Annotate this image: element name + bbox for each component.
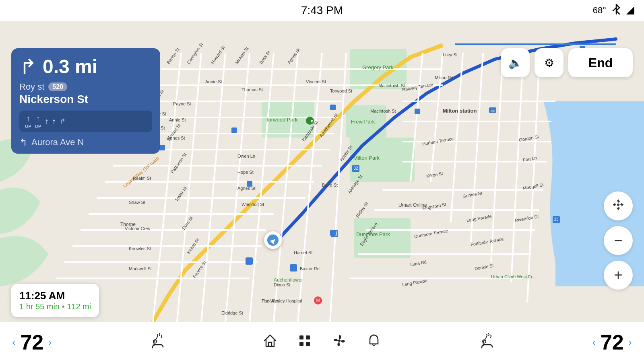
center-nav-icons xyxy=(263,333,381,351)
left-temp-control: ‹ 72 › xyxy=(12,330,52,354)
svg-text:Eldridge St: Eldridge St xyxy=(221,311,243,315)
location-marker: ▶ xyxy=(264,231,282,249)
bottom-bar: ‹ 72 › xyxy=(0,322,644,362)
settings-icon: ⚙ xyxy=(544,56,554,70)
right-temp-value: 72 xyxy=(600,330,624,354)
right-controls: − + xyxy=(604,191,633,290)
settings-button[interactable]: ⚙ xyxy=(535,48,564,77)
svg-rect-135 xyxy=(306,335,310,339)
lane-1: ↑ UP xyxy=(25,114,31,129)
right-temp-control: ‹ 72 › xyxy=(592,330,632,354)
svg-text:Annie St: Annie St xyxy=(205,79,222,84)
turn-arrow-icon: ↱ xyxy=(19,56,37,77)
svg-rect-129 xyxy=(330,230,336,236)
svg-rect-137 xyxy=(306,342,310,346)
urban-climb-label: Urban Climb West En... xyxy=(491,274,537,279)
street-name-2: Nickerson St xyxy=(19,93,152,106)
current-time: 7:43 PM xyxy=(218,4,426,17)
svg-rect-136 xyxy=(299,342,303,346)
status-bar: 7:43 PM 68° xyxy=(0,0,644,21)
direction-arrow: ▶ xyxy=(268,236,277,245)
svg-text:Park Ave: Park Ave xyxy=(262,298,279,303)
frew-park-label: Frew Park xyxy=(351,119,375,125)
trip-distance: 112 mi xyxy=(67,302,91,311)
zoom-out-button[interactable]: − xyxy=(604,226,633,255)
svg-rect-130 xyxy=(415,109,420,114)
dunmore-park-label: Dunmore Park xyxy=(356,231,390,237)
trip-duration: 1 hr 55 min xyxy=(19,302,60,311)
mute-button[interactable]: 🔈 xyxy=(501,48,530,77)
svg-text:Beird St: Beird St xyxy=(322,183,338,187)
svg-text:Hope St: Hope St xyxy=(237,170,254,175)
svg-text:33: 33 xyxy=(554,217,559,222)
svg-text:Harriet St: Harriet St xyxy=(294,250,312,255)
svg-text:Realm St: Realm St xyxy=(133,176,151,181)
route-badge: 520 xyxy=(48,82,67,91)
map-area[interactable]: Gregory Park Frew Park Torwood Park ▼ Mi… xyxy=(0,21,644,322)
svg-text:32: 32 xyxy=(353,166,358,171)
fan-button[interactable] xyxy=(332,333,347,351)
left-temp-value: 72 xyxy=(20,330,44,354)
eta-details: 1 hr 55 min • 112 mi xyxy=(19,302,91,311)
temperature-display: 68° xyxy=(593,5,606,16)
svg-rect-127 xyxy=(330,105,336,110)
separator: • xyxy=(62,302,67,311)
signal-icon xyxy=(626,6,634,14)
svg-text:Knowles St: Knowles St xyxy=(129,246,151,251)
next-turn: ↰ Aurora Ave N xyxy=(19,137,152,148)
svg-text:Macintoish St: Macintoish St xyxy=(378,83,405,88)
lane-4: ↑ xyxy=(52,117,56,126)
zoom-in-button[interactable]: + xyxy=(604,261,633,290)
lane-3: ↑ xyxy=(45,117,49,126)
end-navigation-button[interactable]: End xyxy=(568,48,633,77)
svg-text:Owen Ln: Owen Ln xyxy=(237,154,255,158)
gregory-park-label: Gregory Park xyxy=(362,64,394,70)
right-seat-heat-icon xyxy=(479,333,495,352)
left-temp-increase[interactable]: › xyxy=(48,336,52,349)
svg-text:Markwell St: Markwell St xyxy=(129,266,152,271)
svg-text:Agnes St: Agnes St xyxy=(167,136,185,140)
bluetooth-icon xyxy=(612,4,621,17)
street-info: Roy st 520 Nickerson St xyxy=(19,82,152,106)
svg-rect-134 xyxy=(299,335,303,339)
svg-rect-107 xyxy=(290,264,297,272)
next-turn-street: Aurora Ave N xyxy=(31,137,84,148)
milton-station-label: Milton station xyxy=(443,108,477,114)
svg-text:Torwood St: Torwood St xyxy=(330,88,352,93)
distance-display: 0.3 mi xyxy=(43,56,97,78)
svg-text:Thomas St: Thomas St xyxy=(242,87,263,92)
svg-text:Vincent St: Vincent St xyxy=(306,79,326,84)
svg-text:Macintosh St: Macintosh St xyxy=(370,109,396,113)
svg-text:🚌: 🚌 xyxy=(490,108,495,113)
svg-rect-128 xyxy=(247,181,252,187)
move-icon xyxy=(612,198,625,214)
top-controls: 🔈 ⚙ End xyxy=(501,48,633,77)
svg-rect-106 xyxy=(246,257,253,265)
lane-2: ↑ UP xyxy=(35,114,41,129)
status-icons: 68° xyxy=(426,4,634,17)
navigation-panel: ↱ 0.3 mi Roy st 520 Nickerson St ↑ UP ↑ … xyxy=(11,48,160,154)
svg-text:Baxter Rd: Baxter Rd xyxy=(300,266,320,271)
arrival-time: 11:25 AM xyxy=(19,290,91,302)
lane-indicators: ↑ UP ↑ UP ↑ ↑ ↱ xyxy=(19,111,152,132)
svg-text:Annie St: Annie St xyxy=(169,117,186,122)
mute-icon: 🔈 xyxy=(508,56,522,70)
svg-point-132 xyxy=(617,204,619,206)
left-temp-decrease[interactable]: ‹ xyxy=(12,336,16,349)
bell-button[interactable] xyxy=(367,333,381,351)
svg-text:H: H xyxy=(316,298,320,303)
right-temp-decrease[interactable]: ‹ xyxy=(592,336,596,349)
zoom-out-icon: − xyxy=(614,233,622,248)
svg-text:Milton Rd: Milton Rd xyxy=(435,75,453,80)
svg-text:Dixon St: Dixon St xyxy=(274,282,291,287)
recenter-button[interactable] xyxy=(604,191,633,220)
svg-text:Payne St: Payne St xyxy=(173,101,191,106)
eta-box: 11:25 AM 1 hr 55 min • 112 mi xyxy=(11,284,99,317)
milton-park-label: Milton Park xyxy=(353,155,380,161)
apps-button[interactable] xyxy=(297,333,312,351)
svg-text:Wienholt St: Wienholt St xyxy=(242,202,264,207)
home-button[interactable] xyxy=(263,333,277,351)
right-temp-increase[interactable]: › xyxy=(628,336,632,349)
svg-text:Agnes St: Agnes St xyxy=(237,186,256,191)
svg-rect-126 xyxy=(231,128,237,133)
